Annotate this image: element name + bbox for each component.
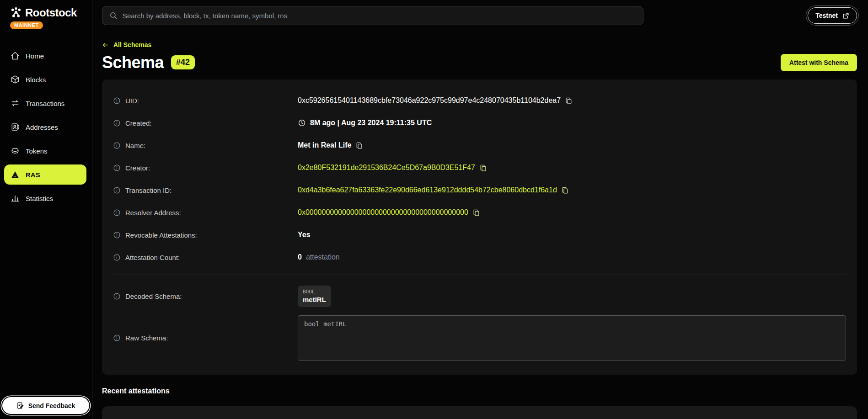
info-icon[interactable] [113,231,121,239]
sidebar-item-label: Transactions [26,100,64,107]
sidebar-item-label: Addresses [26,123,58,131]
rootstock-logo-icon [10,7,22,19]
recent-attestations-heading: Recent attestations [102,387,857,395]
decoded-schema-field: metIRL [303,296,326,303]
sidebar-item-statistics[interactable]: Statistics [4,188,86,208]
sidebar-item-ras[interactable]: RAS [4,164,86,185]
feedback-label: Send Feedback [28,402,75,409]
info-icon[interactable] [113,209,121,217]
created-value: 8M ago | Aug 23 2024 19:11:35 UTC [310,119,432,127]
info-icon[interactable] [113,292,121,300]
back-link-label: All Schemas [113,41,151,48]
network-badge: MAINNET [10,21,43,29]
card-divider [113,275,846,275]
info-icon[interactable] [113,119,121,127]
copy-icon[interactable] [565,97,573,105]
copy-icon[interactable] [355,142,363,149]
copy-icon[interactable] [479,164,487,172]
detail-row-raw-schema: Raw Schema: [113,313,846,364]
coin-icon [11,146,20,155]
info-icon[interactable] [113,142,121,149]
arrow-left-icon [102,42,109,48]
attestation-count-unit: attestation [306,253,340,261]
sidebar-item-home[interactable]: Home [4,46,86,66]
detail-label: Creator: [125,164,150,172]
detail-label: Resolver Address: [125,209,181,217]
cube-icon [11,75,20,84]
sidebar-item-transactions[interactable]: Transactions [4,93,86,113]
info-icon[interactable] [113,97,121,105]
testnet-label: Testnet [815,12,838,19]
detail-row-decoded-schema: Decoded Schema: BOOL metIRL [113,281,846,313]
detail-row-uid: UID: 0xc59265615401143689cbfe73046a922c9… [113,90,846,112]
sidebar-item-label: Tokens [26,147,48,155]
detail-row-resolver-address: Resolver Address: 0x00000000000000000000… [113,202,846,224]
detail-row-creator: Creator: 0x2e80F532191de291536B24Ce5D67a… [113,157,846,179]
home-icon [11,51,20,60]
search-input[interactable] [102,6,643,25]
detail-label: Name: [125,142,145,149]
bar-chart-icon [11,194,20,203]
sidebar-item-label: Statistics [26,195,53,202]
testnet-button[interactable]: Testnet [808,7,857,24]
attestation-triangle-icon [11,170,20,179]
revocable-value: Yes [298,231,311,239]
topbar: Testnet [102,6,857,25]
transaction-id-link[interactable]: 0xd4a3b6fea627fa63363fe22e90d66ed613e912… [298,186,557,194]
sidebar-nav: Home Blocks Transactions Addresses Token… [0,46,92,208]
uid-value: 0xc59265615401143689cbfe73046a922c975c99… [298,96,561,105]
detail-label: UID: [125,97,139,105]
info-icon[interactable] [113,164,121,172]
detail-label: Raw Schema: [125,334,168,342]
schema-name-value: Met in Real Life [298,141,351,149]
detail-label: Created: [125,119,152,127]
send-feedback-button[interactable]: Send Feedback [2,397,89,414]
detail-row-revocable: Revocable Attestations: Yes [113,224,846,246]
detail-row-attestation-count: Attestation Count: 0 attestation [113,246,846,269]
search-icon [109,11,118,20]
schema-number-badge: #42 [171,55,195,69]
sidebar-item-addresses[interactable]: Addresses [4,117,86,137]
attestation-count-value: 0 [298,253,302,261]
contact-card-icon [11,122,20,132]
search-bar [102,6,643,25]
raw-schema-textarea[interactable] [298,315,846,361]
attest-with-schema-button[interactable]: Attest with Schema [781,54,857,71]
copy-icon[interactable] [472,209,480,217]
brand-logo[interactable]: Rootstock [0,0,92,19]
sidebar: Rootstock MAINNET Home Blocks Transactio… [0,0,92,419]
detail-label: Revocable Attestations: [125,231,197,239]
detail-row-name: Name: Met in Real Life [113,134,846,157]
feedback-pencil-icon [16,402,24,409]
back-to-all-schemas-link[interactable]: All Schemas [102,41,151,48]
detail-label: Transaction ID: [125,186,171,194]
detail-row-created: Created: 8M ago | Aug 23 2024 19:11:35 U… [113,112,846,134]
main-content: Testnet All Schemas Schema #42 Attest wi… [93,0,868,419]
detail-label: Decoded Schema: [125,292,182,300]
sidebar-item-label: RAS [26,171,40,179]
decoded-schema-type: BOOL [303,289,326,295]
sidebar-item-label: Home [26,52,44,60]
sidebar-item-label: Blocks [26,76,46,84]
info-icon[interactable] [113,334,121,342]
info-icon[interactable] [113,254,121,261]
page-title: Schema [102,53,164,72]
clock-icon [298,119,306,127]
transfer-arrows-icon [11,99,20,108]
copy-icon[interactable] [561,186,569,194]
schema-detail-card: UID: 0xc59265615401143689cbfe73046a922c9… [102,80,857,375]
sidebar-item-blocks[interactable]: Blocks [4,69,86,90]
title-row: Schema #42 Attest with Schema [102,53,857,72]
detail-row-transaction-id: Transaction ID: 0xd4a3b6fea627fa63363fe2… [113,179,846,202]
external-link-icon [842,12,849,19]
detail-label: Attestation Count: [125,254,180,261]
brand-name: Rootstock [25,6,77,19]
creator-address-link[interactable]: 0x2e80F532191de291536B24Ce5D67a9B0D3E51F… [298,164,475,172]
sidebar-item-tokens[interactable]: Tokens [4,141,86,161]
resolver-address-link[interactable]: 0x00000000000000000000000000000000000000… [298,208,468,217]
info-icon[interactable] [113,186,121,194]
decoded-schema-chip: BOOL metIRL [298,286,331,307]
attestations-table-header: UID Schema From To Type Date Time (UTC) [102,406,857,419]
